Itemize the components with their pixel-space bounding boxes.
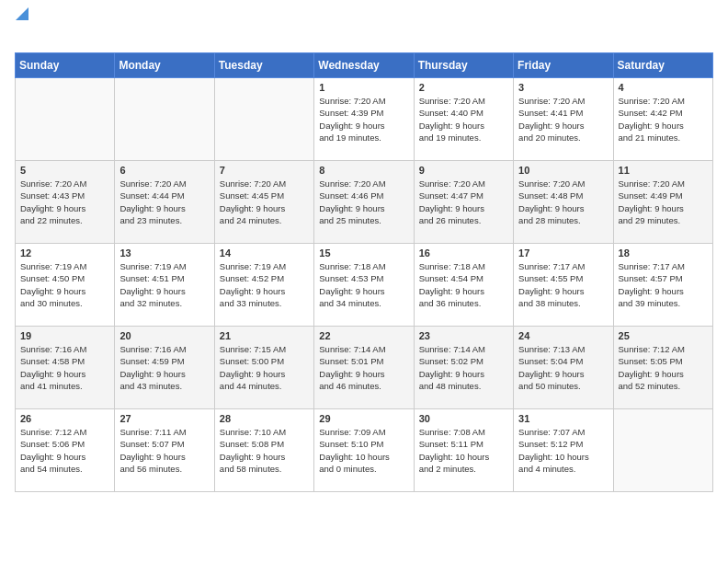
day-info: Sunrise: 7:08 AM Sunset: 5:11 PM Dayligh… — [419, 426, 508, 475]
day-info: Sunrise: 7:12 AM Sunset: 5:05 PM Dayligh… — [619, 343, 708, 392]
day-cell-25: 25Sunrise: 7:12 AM Sunset: 5:05 PM Dayli… — [613, 327, 712, 409]
day-info: Sunrise: 7:09 AM Sunset: 5:10 PM Dayligh… — [319, 426, 408, 475]
day-info: Sunrise: 7:11 AM Sunset: 5:07 PM Dayligh… — [119, 426, 209, 475]
weekday-header-friday: Friday — [514, 53, 613, 78]
day-info: Sunrise: 7:13 AM Sunset: 5:04 PM Dayligh… — [518, 343, 608, 392]
calendar-table: SundayMondayTuesdayWednesdayThursdayFrid… — [15, 52, 713, 492]
day-cell-6: 6Sunrise: 7:20 AM Sunset: 4:44 PM Daylig… — [115, 161, 214, 244]
weekday-header-tuesday: Tuesday — [214, 53, 313, 78]
day-cell-27: 27Sunrise: 7:11 AM Sunset: 5:07 PM Dayli… — [115, 409, 214, 492]
day-cell-13: 13Sunrise: 7:19 AM Sunset: 4:51 PM Dayli… — [115, 244, 214, 327]
day-info: Sunrise: 7:19 AM Sunset: 4:50 PM Dayligh… — [20, 260, 109, 309]
day-cell-5: 5Sunrise: 7:20 AM Sunset: 4:43 PM Daylig… — [16, 161, 115, 244]
day-cell-4: 4Sunrise: 7:20 AM Sunset: 4:42 PM Daylig… — [613, 78, 712, 161]
day-cell-14: 14Sunrise: 7:19 AM Sunset: 4:52 PM Dayli… — [214, 244, 313, 327]
empty-cell — [214, 78, 313, 161]
day-number: 19 — [20, 330, 109, 341]
calendar-page: SundayMondayTuesdayWednesdayThursdayFrid… — [0, 0, 728, 507]
day-info: Sunrise: 7:19 AM Sunset: 4:52 PM Dayligh… — [220, 260, 309, 309]
day-number: 15 — [319, 247, 408, 259]
day-info: Sunrise: 7:20 AM Sunset: 4:48 PM Dayligh… — [518, 178, 608, 226]
week-row-4: 19Sunrise: 7:16 AM Sunset: 4:58 PM Dayli… — [16, 327, 713, 409]
day-number: 10 — [518, 165, 608, 176]
header — [15, 9, 713, 45]
day-number: 7 — [220, 165, 309, 176]
weekday-header-wednesday: Wednesday — [314, 53, 414, 78]
day-cell-3: 3Sunrise: 7:20 AM Sunset: 4:41 PM Daylig… — [514, 78, 613, 161]
day-cell-26: 26Sunrise: 7:12 AM Sunset: 5:06 PM Dayli… — [16, 409, 115, 492]
day-cell-31: 31Sunrise: 7:07 AM Sunset: 5:12 PM Dayli… — [514, 409, 613, 492]
day-info: Sunrise: 7:19 AM Sunset: 4:51 PM Dayligh… — [119, 260, 209, 309]
day-info: Sunrise: 7:14 AM Sunset: 5:01 PM Dayligh… — [319, 343, 408, 392]
day-number: 12 — [20, 247, 109, 259]
day-cell-12: 12Sunrise: 7:19 AM Sunset: 4:50 PM Dayli… — [16, 244, 115, 327]
day-number: 17 — [518, 247, 608, 259]
day-number: 18 — [619, 247, 708, 259]
day-number: 16 — [419, 247, 508, 259]
week-row-2: 5Sunrise: 7:20 AM Sunset: 4:43 PM Daylig… — [16, 161, 713, 244]
day-number: 28 — [220, 413, 309, 424]
day-cell-10: 10Sunrise: 7:20 AM Sunset: 4:48 PM Dayli… — [514, 161, 613, 244]
day-info: Sunrise: 7:15 AM Sunset: 5:00 PM Dayligh… — [220, 343, 309, 392]
day-info: Sunrise: 7:20 AM Sunset: 4:49 PM Dayligh… — [619, 178, 708, 226]
weekday-header-saturday: Saturday — [613, 53, 712, 78]
day-number: 21 — [220, 330, 309, 341]
svg-marker-0 — [16, 7, 28, 20]
day-cell-24: 24Sunrise: 7:13 AM Sunset: 5:04 PM Dayli… — [514, 327, 613, 409]
day-info: Sunrise: 7:16 AM Sunset: 4:59 PM Dayligh… — [119, 343, 209, 392]
day-info: Sunrise: 7:17 AM Sunset: 4:57 PM Dayligh… — [619, 260, 708, 309]
day-cell-28: 28Sunrise: 7:10 AM Sunset: 5:08 PM Dayli… — [214, 409, 313, 492]
day-number: 24 — [518, 330, 608, 341]
day-number: 31 — [518, 413, 608, 424]
week-row-3: 12Sunrise: 7:19 AM Sunset: 4:50 PM Dayli… — [16, 244, 713, 327]
day-number: 22 — [319, 330, 408, 341]
day-cell-8: 8Sunrise: 7:20 AM Sunset: 4:46 PM Daylig… — [314, 161, 414, 244]
day-info: Sunrise: 7:20 AM Sunset: 4:46 PM Dayligh… — [319, 178, 408, 226]
day-number: 8 — [319, 165, 408, 176]
day-info: Sunrise: 7:20 AM Sunset: 4:43 PM Dayligh… — [20, 178, 109, 226]
day-info: Sunrise: 7:18 AM Sunset: 4:53 PM Dayligh… — [319, 260, 408, 309]
week-row-1: 1Sunrise: 7:20 AM Sunset: 4:39 PM Daylig… — [16, 78, 713, 161]
day-cell-30: 30Sunrise: 7:08 AM Sunset: 5:11 PM Dayli… — [414, 409, 513, 492]
day-cell-11: 11Sunrise: 7:20 AM Sunset: 4:49 PM Dayli… — [613, 161, 712, 244]
day-number: 26 — [20, 413, 109, 424]
day-info: Sunrise: 7:17 AM Sunset: 4:55 PM Dayligh… — [518, 260, 608, 309]
day-cell-19: 19Sunrise: 7:16 AM Sunset: 4:58 PM Dayli… — [16, 327, 115, 409]
weekday-header-row: SundayMondayTuesdayWednesdayThursdayFrid… — [16, 53, 713, 78]
day-cell-2: 2Sunrise: 7:20 AM Sunset: 4:40 PM Daylig… — [414, 78, 513, 161]
logo-triangle-icon — [16, 4, 28, 20]
day-info: Sunrise: 7:20 AM Sunset: 4:44 PM Dayligh… — [119, 178, 209, 226]
day-number: 29 — [319, 413, 408, 424]
day-number: 4 — [619, 82, 708, 93]
day-cell-20: 20Sunrise: 7:16 AM Sunset: 4:59 PM Dayli… — [115, 327, 214, 409]
empty-cell — [16, 78, 115, 161]
day-number: 14 — [220, 247, 309, 259]
day-number: 6 — [119, 165, 209, 176]
day-cell-29: 29Sunrise: 7:09 AM Sunset: 5:10 PM Dayli… — [314, 409, 414, 492]
day-info: Sunrise: 7:20 AM Sunset: 4:45 PM Dayligh… — [220, 178, 309, 226]
weekday-header-monday: Monday — [115, 53, 214, 78]
day-cell-21: 21Sunrise: 7:15 AM Sunset: 5:00 PM Dayli… — [214, 327, 313, 409]
day-info: Sunrise: 7:20 AM Sunset: 4:47 PM Dayligh… — [419, 178, 508, 226]
day-cell-22: 22Sunrise: 7:14 AM Sunset: 5:01 PM Dayli… — [314, 327, 414, 409]
day-cell-16: 16Sunrise: 7:18 AM Sunset: 4:54 PM Dayli… — [414, 244, 513, 327]
day-number: 9 — [419, 165, 508, 176]
day-info: Sunrise: 7:18 AM Sunset: 4:54 PM Dayligh… — [419, 260, 508, 309]
logo — [15, 9, 28, 45]
day-cell-17: 17Sunrise: 7:17 AM Sunset: 4:55 PM Dayli… — [514, 244, 613, 327]
day-cell-23: 23Sunrise: 7:14 AM Sunset: 5:02 PM Dayli… — [414, 327, 513, 409]
day-number: 25 — [619, 330, 708, 341]
day-cell-7: 7Sunrise: 7:20 AM Sunset: 4:45 PM Daylig… — [214, 161, 313, 244]
day-info: Sunrise: 7:20 AM Sunset: 4:41 PM Dayligh… — [518, 95, 608, 144]
day-info: Sunrise: 7:10 AM Sunset: 5:08 PM Dayligh… — [220, 426, 309, 475]
day-info: Sunrise: 7:12 AM Sunset: 5:06 PM Dayligh… — [20, 426, 109, 475]
day-number: 5 — [20, 165, 109, 176]
week-row-5: 26Sunrise: 7:12 AM Sunset: 5:06 PM Dayli… — [16, 409, 713, 492]
weekday-header-thursday: Thursday — [414, 53, 513, 78]
day-number: 11 — [619, 165, 708, 176]
day-cell-1: 1Sunrise: 7:20 AM Sunset: 4:39 PM Daylig… — [314, 78, 414, 161]
day-info: Sunrise: 7:20 AM Sunset: 4:39 PM Dayligh… — [319, 95, 408, 144]
day-number: 3 — [518, 82, 608, 93]
day-info: Sunrise: 7:07 AM Sunset: 5:12 PM Dayligh… — [518, 426, 608, 475]
day-cell-18: 18Sunrise: 7:17 AM Sunset: 4:57 PM Dayli… — [613, 244, 712, 327]
